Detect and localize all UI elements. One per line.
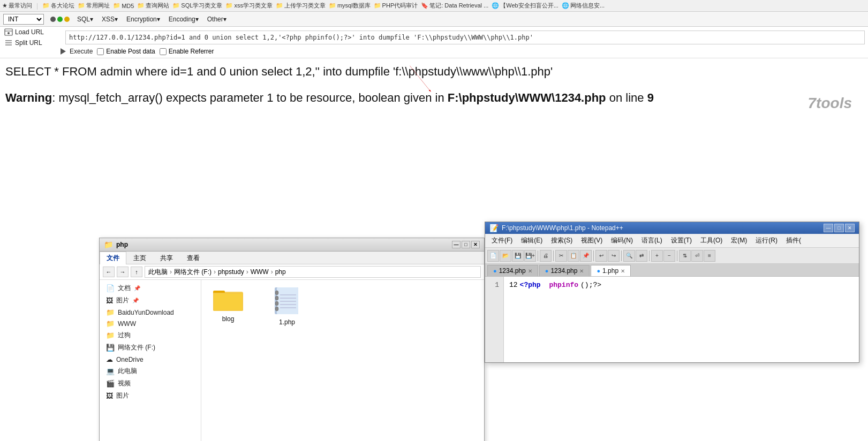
notepad-editor[interactable]: 1 12<?php phpinfo();?> [485, 277, 859, 362]
sep1: | [36, 2, 38, 10]
bookmark-md5[interactable]: 📁 MD5 [113, 2, 134, 9]
referrer-checkbox[interactable] [160, 48, 167, 55]
sidebar-item-pictures2[interactable]: 🖼 图片 [100, 390, 201, 402]
url-input[interactable] [65, 31, 865, 44]
bookmark-changyong[interactable]: 📁 常用网址 [78, 2, 110, 10]
bookmark-net[interactable]: 🌐 网络信息安... [562, 2, 605, 10]
menu-view[interactable]: 视图(V) [577, 235, 607, 246]
menu-run[interactable]: 运行(R) [751, 235, 782, 246]
load-url-button[interactable]: Load URL [3, 27, 62, 37]
bookmark-php[interactable]: 📁 PHP代码审计 [374, 2, 418, 10]
tab-1-php[interactable]: ● 1.php ✕ [591, 265, 631, 276]
tool-undo[interactable]: ↩ [595, 250, 607, 262]
svg-point-16 [275, 291, 278, 295]
back-button[interactable]: ← [103, 267, 115, 277]
tool-saveall[interactable]: 💾+ [524, 250, 536, 262]
menu-other[interactable]: Other▾ [206, 15, 228, 24]
tool-paste[interactable]: 📌 [580, 250, 592, 262]
menu-macro[interactable]: 宏(M) [727, 235, 751, 246]
type-select[interactable]: INT STRING [3, 14, 44, 25]
www-folder-icon: 📁 [106, 320, 115, 328]
referrer-checkbox-label[interactable]: Enable Referrer [160, 48, 214, 55]
sidebar-item-www[interactable]: 📁 WWW [100, 318, 201, 329]
code-area[interactable]: 12<?php phpinfo();?> [504, 277, 607, 362]
tab-file[interactable]: 文件 [100, 252, 126, 264]
picture2-icon: 🖼 [106, 392, 113, 400]
tool-new[interactable]: 📄 [487, 250, 499, 262]
menu-language[interactable]: 语言(L) [637, 235, 667, 246]
tool-print[interactable]: 🖨 [540, 250, 552, 262]
tab-close-1[interactable]: ✕ [528, 268, 532, 274]
bookmark-web[interactable]: 🌐 【Web安全扫盲公开... [492, 2, 558, 10]
close-button[interactable]: ✕ [471, 241, 480, 248]
tab-close-2[interactable]: ✕ [579, 268, 584, 274]
tab-close-3[interactable]: ✕ [621, 268, 625, 274]
menu-settings[interactable]: 设置(T) [667, 235, 696, 246]
notepad-minimize-button[interactable]: — [824, 224, 833, 232]
tab-share[interactable]: 共享 [153, 252, 180, 264]
menu-sql[interactable]: SQL▾ [76, 15, 94, 24]
menu-encoding[interactable]: 编码(N) [607, 235, 637, 246]
sidebar-item-documents[interactable]: 📄 文档 📌 [100, 282, 201, 294]
forward-button[interactable]: → [117, 267, 129, 277]
bookmark-luntan[interactable]: 📁 各大论坛 [42, 2, 74, 10]
breadcrumb-box[interactable]: 此电脑 › 网络文件 (F:) › phpstudy › WWW › php [145, 266, 481, 278]
sidebar-item-baidu[interactable]: 📁 BaiduYunDownload [100, 307, 201, 318]
tool-open[interactable]: 📂 [500, 250, 511, 262]
sidebar-item-pictures[interactable]: 🖼 图片 📌 [100, 294, 201, 307]
tool-save[interactable]: 💾 [512, 250, 524, 262]
sidebar-item-gougou[interactable]: 📁 过狗 [100, 329, 201, 341]
tool-indent[interactable]: ≡ [704, 250, 715, 262]
menu-file[interactable]: 文件(F) [487, 235, 517, 246]
sidebar-item-video[interactable]: 🎬 视频 [100, 377, 201, 390]
bookmark-sql[interactable]: 📁 SQL学习类文章 [172, 2, 222, 10]
bookmark-zuichang[interactable]: ★ 最常访问 [2, 2, 32, 10]
svg-point-2 [7, 32, 10, 34]
minimize-button[interactable]: — [452, 241, 461, 248]
bookmark-mysql[interactable]: 📁 mysql数据库 [329, 2, 371, 10]
warning-line-number: 9 [647, 91, 654, 104]
menu-tools[interactable]: 工具(O) [696, 235, 727, 246]
notepad-close-button[interactable]: ✕ [845, 224, 855, 232]
menu-edit[interactable]: 编辑(E) [517, 235, 547, 246]
menu-plugins[interactable]: 插件( [782, 235, 805, 246]
menu-search[interactable]: 搜索(S) [547, 235, 577, 246]
menu-xss[interactable]: XSS▾ [101, 15, 119, 24]
tool-copy[interactable]: 📋 [568, 250, 579, 262]
post-data-checkbox[interactable] [97, 48, 104, 55]
tool-find[interactable]: 🔍 [623, 250, 635, 262]
svg-marker-6 [61, 48, 66, 55]
tool-redo[interactable]: ↪ [608, 250, 620, 262]
sidebar-item-thispc[interactable]: 💻 此电脑 [100, 365, 201, 377]
execute-button[interactable]: Execute [59, 47, 93, 56]
tool-wrap[interactable]: ⏎ [691, 250, 703, 262]
menu-encoding[interactable]: Encoding▾ [168, 15, 200, 24]
up-button[interactable]: ↑ [131, 267, 142, 277]
toolbar-sep3 [593, 250, 594, 261]
file-item-blog[interactable]: blog [207, 285, 250, 323]
tool-zoom-out[interactable]: − [663, 250, 675, 262]
tab-home[interactable]: 主页 [126, 252, 153, 264]
notepad-maximize-button[interactable]: □ [834, 224, 844, 232]
drive-icon: 💾 [106, 344, 115, 352]
tab-1234-php-2[interactable]: ● 1234.php ✕ [539, 265, 590, 276]
tool-cut[interactable]: ✂ [555, 250, 567, 262]
status-indicators [50, 17, 70, 22]
sidebar-item-network-f[interactable]: 💾 网络文件 (F:) [100, 341, 201, 354]
sidebar-item-onedrive[interactable]: ☁ OneDrive [100, 354, 201, 365]
post-data-checkbox-label[interactable]: Enable Post data [97, 48, 155, 55]
tab-view[interactable]: 查看 [180, 252, 207, 264]
tab-1234-php-1[interactable]: ● 1234.php ✕ [487, 265, 538, 276]
bookmark-chaxun[interactable]: 📁 查询网站 [137, 2, 169, 10]
tool-replace[interactable]: ⇄ [636, 250, 647, 262]
folder-icon: 📁 [113, 2, 120, 9]
bookmark-xss[interactable]: 📁 xss学习类文章 [225, 2, 273, 10]
bookmark-notes[interactable]: 🔖 笔记: Data Retrieval ... [421, 2, 488, 10]
maximize-button[interactable]: □ [462, 241, 470, 248]
tool-zoom-in[interactable]: + [651, 250, 663, 262]
bookmark-upload[interactable]: 📁 上传学习类文章 [276, 2, 326, 10]
file-item-1php[interactable]: 1.php [266, 285, 308, 326]
menu-encryption[interactable]: Encryption▾ [125, 15, 161, 24]
tool-sync[interactable]: ⇅ [679, 250, 691, 262]
indicator-gray [50, 17, 56, 22]
